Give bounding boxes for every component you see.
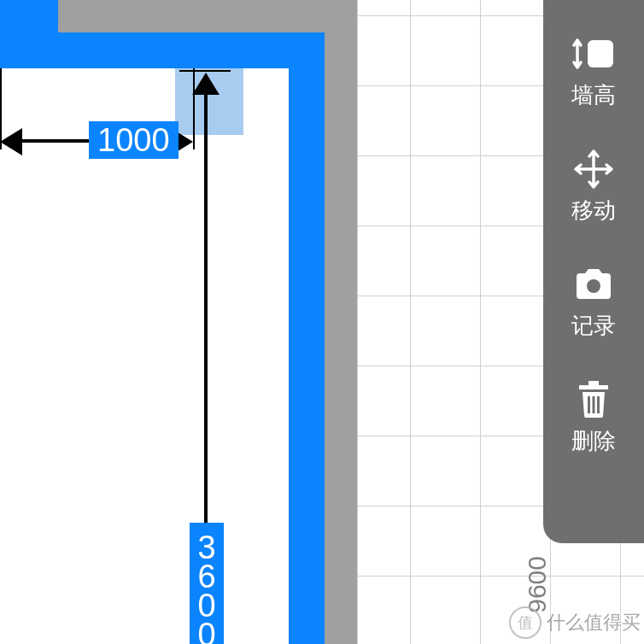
dimension-label-horizontal[interactable]: 1000 [89,121,179,159]
svg-rect-5 [593,396,595,413]
inner-wall-stub[interactable] [0,0,58,32]
svg-rect-2 [579,385,608,389]
tool-label: 记录 [571,311,616,341]
right-toolbar: 墙高 移动 记录 [543,0,644,543]
outer-wall-right [325,0,357,644]
svg-rect-0 [588,40,613,67]
tool-label: 移动 [571,196,616,225]
dimension-label-vertical[interactable]: 3600 [190,523,224,644]
svg-rect-6 [597,396,600,413]
inner-wall-right[interactable] [289,32,325,644]
arrow-left-icon [0,128,22,155]
tool-label: 墙高 [571,80,616,110]
wall-height-icon [571,34,617,73]
svg-point-1 [587,279,600,293]
record-button[interactable]: 记录 [543,241,644,356]
watermark: 值 什么值得买 [509,606,641,639]
grid-dimension-label: 9600 [523,556,552,613]
watermark-text: 什么值得买 [547,610,641,635]
move-icon [571,149,617,189]
watermark-badge-icon: 值 [509,606,542,639]
svg-rect-3 [588,381,599,385]
camera-icon [571,265,617,304]
trash-icon [571,380,617,419]
floorplan-canvas[interactable]: 1000 3600 9600 墙高 移动 [0,0,644,644]
svg-rect-4 [588,396,590,413]
inner-wall-top[interactable] [0,32,325,68]
tool-label: 删除 [571,426,616,456]
dim-tick [179,70,231,72]
move-button[interactable]: 移动 [543,126,644,241]
wall-height-button[interactable]: 墙高 [543,0,644,126]
delete-button[interactable]: 删除 [543,356,644,471]
